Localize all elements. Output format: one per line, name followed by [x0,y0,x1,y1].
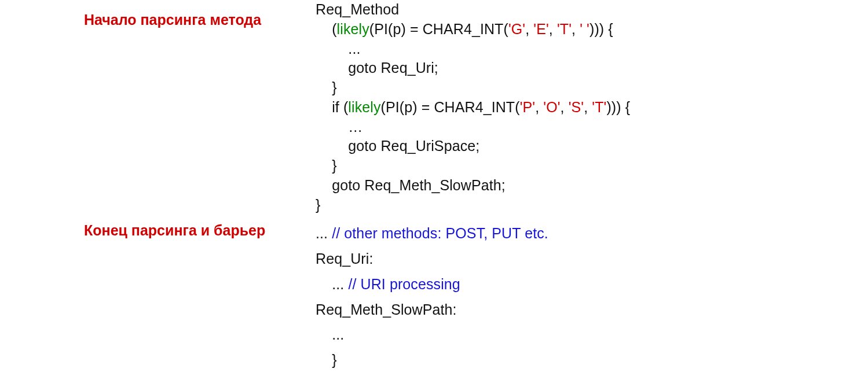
code-frag: , [584,99,592,115]
code-frag: 'O' [543,99,560,115]
code-frag: ( [316,21,337,37]
code-frag: 'T' [557,21,572,37]
code-l10: goto Req_Meth_SlowPath; [316,176,868,196]
code-frag: 'S' [569,99,584,115]
code-frag: , [535,99,543,115]
code-l07: … [316,117,868,137]
code-frag: 'P' [520,99,536,115]
code-l09: } [316,156,868,176]
code-l13: Req_Uri: [316,249,868,269]
code-frag: , [525,21,533,37]
code-frag: ))) { [589,21,613,37]
code-frag: ... [316,225,332,241]
code-l17: } [316,351,868,370]
code-l16: ... [316,325,868,345]
code-frag: 'G' [508,21,525,37]
code-l06: if (likely(PI(p) = CHAR4_INT('P', 'O', '… [316,98,868,117]
slide-container: Начало парсинга метода Конец парсинга и … [0,0,868,370]
code-column: Req_Method (likely(PI(p) = CHAR4_INT('G'… [316,0,868,370]
code-frag: ' ' [580,21,589,37]
code-frag: (PI(p) = CHAR4_INT( [369,21,508,37]
code-l15: Req_Meth_SlowPath: [316,300,868,320]
code-l02: (likely(PI(p) = CHAR4_INT('G', 'E', 'T',… [316,20,868,39]
code-frag: 'T' [592,99,606,115]
code-l04: goto Req_Uri; [316,58,868,78]
code-frag: // URI processing [348,276,460,292]
annotation-start: Начало парсинга метода [84,10,316,30]
code-l14: ... // URI processing [316,275,868,294]
code-l05: } [316,78,868,98]
code-frag: // other methods: POST, PUT etc. [332,225,548,241]
code-frag: (PI(p) = CHAR4_INT( [381,99,520,115]
code-frag: , [572,21,580,37]
code-frag: ))) { [606,99,630,115]
code-frag: 'E' [533,21,549,37]
code-frag: , [549,21,557,37]
code-frag: likely [337,21,369,37]
code-l03: ... [316,39,868,59]
annotations-column: Начало парсинга метода Конец парсинга и … [0,0,316,370]
code-block-2: ... // other methods: POST, PUT etc. Req… [316,224,868,370]
annotation-end: Конец парсинга и барьер [84,221,316,241]
code-l08: goto Req_UriSpace; [316,137,868,156]
code-frag: if ( [316,99,348,115]
code-l11: } [316,196,868,215]
code-frag: ... [316,276,348,292]
code-l01: Req_Method [316,0,868,20]
code-frag: , [561,99,569,115]
code-frag: likely [348,99,380,115]
code-l12: ... // other methods: POST, PUT etc. [316,224,868,244]
